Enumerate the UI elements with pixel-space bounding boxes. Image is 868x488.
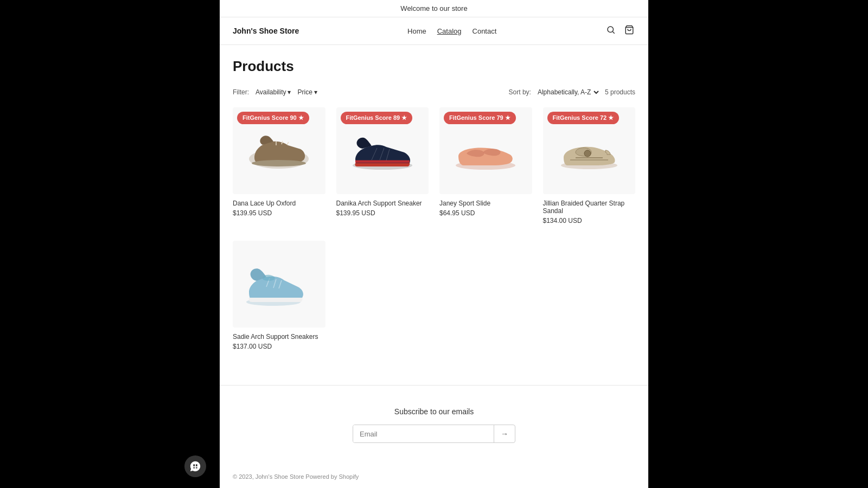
chat-bubble[interactable] — [184, 455, 206, 477]
site-footer: © 2023, John's Shoe Store Powered by Sho… — [220, 465, 648, 488]
subscribe-arrow-icon: → — [501, 429, 508, 438]
product-price-sadie: $137.00 USD — [233, 343, 326, 350]
product-name-danika: Danika Arch Support Sneaker — [336, 200, 429, 207]
store-name[interactable]: John's Shoe Store — [233, 27, 299, 35]
product-card-jillian[interactable]: FitGenius Score 72 ★ Jillian Braided Qua… — [543, 107, 636, 224]
oxford-shoe-svg — [244, 126, 314, 175]
announcement-text: Welcome to our store — [400, 4, 467, 12]
sort-label: Sort by: — [509, 88, 531, 96]
subscribe-title: Subscribe to our emails — [233, 407, 635, 416]
product-price-janey: $64.95 USD — [439, 209, 532, 217]
header: John's Shoe Store Home Catalog Contact — [220, 17, 648, 45]
product-card-danika[interactable]: FitGenius Score 89 ★ Danika Arch Support… — [336, 107, 429, 224]
fitgenius-badge-3: FitGenius Score 79 ★ — [444, 112, 516, 124]
sandal-shoe-svg — [554, 126, 624, 175]
empty-slot-1 — [336, 241, 429, 350]
subscribe-button[interactable]: → — [494, 425, 515, 442]
product-name-jillian: Jillian Braided Quarter Strap Sandal — [543, 200, 636, 215]
product-price-dana: $139.95 USD — [233, 209, 326, 217]
search-icon — [606, 25, 616, 35]
header-icons — [605, 24, 635, 38]
product-card-janey[interactable]: FitGenius Score 79 ★ Janey Sport Slide $… — [439, 107, 532, 224]
product-image-sadie — [233, 241, 326, 328]
nav-contact[interactable]: Contact — [473, 27, 497, 35]
subscribe-section: Subscribe to our emails → — [220, 385, 648, 465]
svg-line-1 — [612, 31, 614, 33]
slide-shoe-svg — [450, 126, 521, 175]
fitgenius-badge-4: FitGenius Score 72 ★ — [547, 112, 620, 124]
empty-slot-2 — [439, 241, 532, 350]
svg-point-8 — [584, 150, 591, 157]
main-nav: Home Catalog Contact — [407, 27, 496, 35]
cart-icon — [624, 25, 634, 35]
shopify-chat-icon — [189, 460, 201, 472]
product-card-sadie[interactable]: Sadie Arch Support Sneakers $137.00 USD — [233, 241, 326, 350]
sort-select[interactable]: Alphabetically, A-Z — [535, 88, 601, 97]
products-grid-row1: FitGenius Score 90 ★ Dana Lace Up Oxford… — [233, 107, 635, 224]
sort-group: Sort by: Alphabetically, A-Z 5 products — [509, 88, 635, 97]
svg-point-4 — [252, 160, 306, 166]
product-price-jillian: $134.00 USD — [543, 217, 636, 224]
filter-sort-bar: Filter: Availability ▾ Price ▾ Sort by: … — [233, 88, 635, 97]
product-card-dana[interactable]: FitGenius Score 90 ★ Dana Lace Up Oxford… — [233, 107, 326, 224]
product-name-dana: Dana Lace Up Oxford — [233, 200, 326, 207]
page-title: Products — [233, 58, 635, 75]
fitgenius-badge-2: FitGenius Score 89 ★ — [341, 112, 413, 124]
availability-filter[interactable]: Availability ▾ — [256, 88, 291, 96]
sneaker-shoe-svg — [347, 126, 418, 175]
fitgenius-badge-1: FitGenius Score 90 ★ — [237, 112, 309, 124]
products-grid-row2: Sadie Arch Support Sneakers $137.00 USD — [233, 241, 635, 350]
nav-home[interactable]: Home — [407, 27, 426, 35]
arch-sneaker-svg — [244, 260, 314, 309]
filter-label: Filter: — [233, 88, 249, 96]
main-content: Products Filter: Availability ▾ Price ▾ … — [220, 45, 648, 385]
product-name-janey: Janey Sport Slide — [439, 200, 532, 207]
subscribe-form: → — [353, 425, 515, 443]
product-name-sadie: Sadie Arch Support Sneakers — [233, 333, 326, 341]
product-price-danika: $139.95 USD — [336, 209, 429, 217]
products-count: 5 products — [605, 88, 635, 96]
filter-group: Filter: Availability ▾ Price ▾ — [233, 88, 317, 96]
empty-slot-3 — [543, 241, 636, 350]
announcement-bar: Welcome to our store — [220, 0, 648, 17]
footer-text: © 2023, John's Shoe Store Powered by Sho… — [233, 473, 359, 480]
cart-button[interactable] — [623, 24, 635, 38]
email-input[interactable] — [353, 425, 494, 442]
search-button[interactable] — [605, 24, 617, 38]
nav-catalog[interactable]: Catalog — [437, 27, 462, 35]
svg-point-0 — [608, 27, 614, 33]
price-filter[interactable]: Price ▾ — [297, 88, 317, 96]
